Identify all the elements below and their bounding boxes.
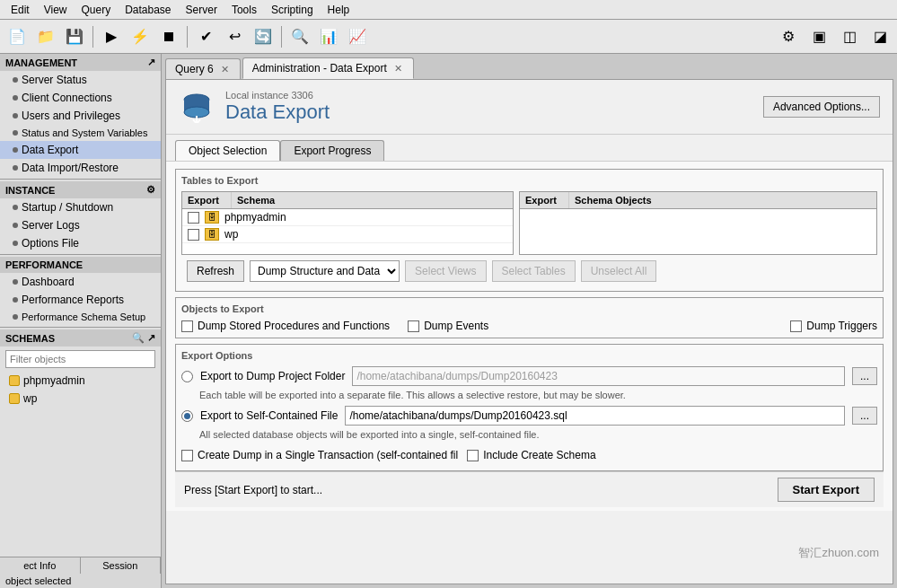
sidebar-schema-wp[interactable]: wp: [0, 390, 161, 408]
dump-triggers-checkbox[interactable]: [790, 320, 802, 332]
open-btn[interactable]: 📁: [32, 23, 59, 50]
objects-schema-col: Schema Objects: [569, 192, 876, 208]
dot-icon: [13, 205, 18, 210]
dump-stored-checkbox[interactable]: [181, 320, 193, 332]
radio1-path-input[interactable]: [352, 366, 845, 386]
sep2: [187, 26, 188, 48]
dot-icon: [13, 113, 18, 118]
tab-query6-close[interactable]: ✕: [219, 64, 231, 75]
sidebar-item-data-import[interactable]: Data Import/Restore: [0, 159, 161, 177]
new-file-btn[interactable]: 📄: [4, 23, 31, 50]
create-dump-label[interactable]: Create Dump in a Single Transaction (sel…: [181, 449, 458, 461]
tab-data-export[interactable]: Administration - Data Export ✕: [242, 57, 414, 79]
session-tab[interactable]: Session: [81, 557, 162, 574]
menu-tools[interactable]: Tools: [224, 2, 264, 18]
sidebar-item-client-connections[interactable]: Client Connections: [0, 89, 161, 107]
sidebar-item-server-status[interactable]: Server Status: [0, 71, 161, 89]
sidebar-item-server-logs[interactable]: Server Logs: [0, 216, 161, 234]
instance-label: INSTANCE: [5, 185, 55, 196]
select-tables-btn[interactable]: Select Tables: [492, 260, 576, 282]
sidebar-schema-phpmyadmin[interactable]: phpmyadmin: [0, 372, 161, 390]
schemas-label: SCHEMAS: [5, 333, 55, 344]
rollback-btn[interactable]: ↩: [221, 23, 248, 50]
table-inspector-btn[interactable]: 📊: [315, 23, 342, 50]
sidebar-item-status-variables[interactable]: Status and System Variables: [0, 125, 161, 141]
sidebar-item-performance-schema[interactable]: Performance Schema Setup: [0, 309, 161, 325]
data-export-header: Local instance 3306 Data Export Advanced…: [166, 80, 893, 135]
menu-view[interactable]: View: [37, 2, 75, 18]
menu-help[interactable]: Help: [321, 2, 357, 18]
create-dump-checkbox[interactable]: [181, 450, 193, 461]
instance-icon: ⚙: [146, 184, 155, 196]
inner-tab-export-progress[interactable]: Export Progress: [280, 140, 384, 161]
tab-bar: Query 6 ✕ Administration - Data Export ✕: [162, 54, 897, 79]
sidebar-item-users-privileges[interactable]: Users and Privileges: [0, 107, 161, 125]
dump-events-label[interactable]: Dump Events: [408, 320, 488, 332]
stop-btn[interactable]: ⏹: [155, 23, 182, 50]
status-text: object selected: [0, 574, 161, 588]
filter-input[interactable]: [5, 350, 155, 368]
layout1-btn[interactable]: ▣: [805, 23, 832, 50]
phpmyadmin-label: phpmyadmin: [224, 211, 286, 224]
start-export-btn[interactable]: Start Export: [778, 478, 875, 502]
dump-select[interactable]: Dump Structure and Data Dump Structure O…: [250, 260, 400, 282]
execute-current-btn[interactable]: ⚡: [127, 23, 154, 50]
menu-database[interactable]: Database: [118, 2, 178, 18]
tables-grid: Export Schema 🗄 phpmyadmin 🗄: [181, 191, 877, 255]
radio1[interactable]: [181, 371, 193, 382]
include-schema-label[interactable]: Include Create Schema: [467, 449, 595, 461]
performance-header: PERFORMANCE: [0, 257, 161, 273]
sidebar-item-data-export[interactable]: Data Export: [0, 141, 161, 159]
performance-btn[interactable]: 📈: [344, 23, 371, 50]
menu-query[interactable]: Query: [74, 2, 118, 18]
table-controls: Refresh Dump Structure and Data Dump Str…: [181, 255, 877, 285]
radio-row1: Export to Dump Project Folder ...: [181, 366, 877, 386]
de-subtitle: Local instance 3306: [225, 90, 763, 101]
dump-triggers-label[interactable]: Dump Triggers: [790, 320, 877, 332]
select-views-btn[interactable]: Select Views: [405, 260, 486, 282]
menu-server[interactable]: Server: [179, 2, 224, 18]
auto-commit-btn[interactable]: 🔄: [250, 23, 277, 50]
layout2-btn[interactable]: ◫: [836, 23, 863, 50]
radio2[interactable]: [181, 410, 193, 422]
radio2-browse-btn[interactable]: ...: [852, 407, 877, 425]
sidebar-item-performance-reports[interactable]: Performance Reports: [0, 291, 161, 309]
phpmyadmin-checkbox[interactable]: [188, 212, 199, 224]
advanced-options-btn[interactable]: Advanced Options...: [763, 96, 880, 118]
radio1-browse-btn[interactable]: ...: [852, 367, 877, 385]
sidebar-item-options-file[interactable]: Options File: [0, 234, 161, 252]
tab-query6[interactable]: Query 6 ✕: [165, 58, 241, 79]
dot-icon: [13, 165, 18, 171]
unselect-all-btn[interactable]: Unselect All: [581, 260, 657, 282]
wp-db-icon: 🗄: [205, 228, 219, 241]
include-schema-checkbox[interactable]: [467, 450, 479, 461]
dot-icon: [13, 279, 18, 285]
dump-events-checkbox[interactable]: [408, 320, 419, 332]
execute-btn[interactable]: ▶: [98, 23, 125, 50]
radio2-hint: All selected database objects will be ex…: [199, 429, 877, 440]
radio2-path-input[interactable]: [345, 406, 845, 426]
data-export-panel: Local instance 3306 Data Export Advanced…: [165, 79, 893, 584]
de-title-block: Local instance 3306 Data Export: [225, 90, 763, 124]
radio-row2: Export to Self-Contained File ...: [181, 406, 877, 426]
save-btn[interactable]: 💾: [61, 23, 88, 50]
inner-tab-object-selection[interactable]: Object Selection: [175, 140, 280, 161]
object-info-tab[interactable]: ect Info: [0, 557, 81, 574]
sidebar-item-startup-shutdown[interactable]: Startup / Shutdown: [0, 198, 161, 216]
tab-data-export-close[interactable]: ✕: [392, 63, 404, 75]
radio2-inner: [184, 413, 190, 419]
dot-icon: [13, 241, 18, 246]
commit-btn[interactable]: ✔: [192, 23, 219, 50]
menu-edit[interactable]: Edit: [4, 2, 37, 18]
settings-btn[interactable]: ⚙: [775, 23, 802, 50]
schema-inspector-btn[interactable]: 🔍: [286, 23, 313, 50]
menu-scripting[interactable]: Scripting: [264, 2, 321, 18]
footer-hint: Press [Start Export] to start...: [184, 484, 322, 496]
sidebar-bottom: ect Info Session object selected: [0, 557, 161, 588]
layout3-btn[interactable]: ◪: [866, 23, 893, 50]
sidebar-item-dashboard[interactable]: Dashboard: [0, 273, 161, 291]
data-export-icon: [179, 89, 215, 125]
refresh-btn[interactable]: Refresh: [187, 260, 244, 282]
dump-stored-label[interactable]: Dump Stored Procedures and Functions: [181, 320, 390, 332]
wp-checkbox[interactable]: [188, 229, 199, 241]
